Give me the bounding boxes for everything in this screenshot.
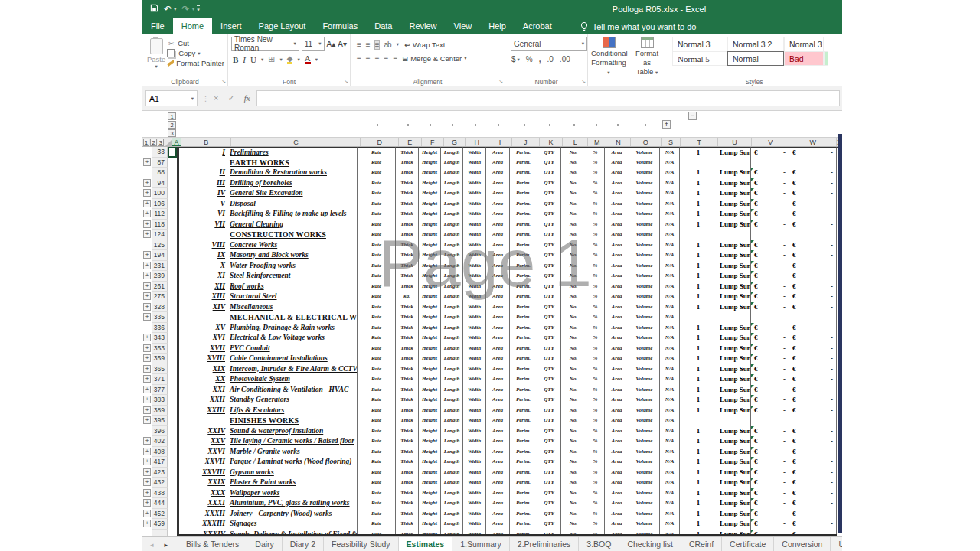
cell-description[interactable]: Backfilling & Filling to make up levels: [227, 209, 358, 220]
cell-rate-amount[interactable]: €-: [751, 168, 789, 178]
cell-rate[interactable]: Rate: [358, 436, 396, 447]
cell-thick[interactable]: Thick: [396, 302, 419, 313]
cell-roman[interactable]: VIII: [177, 240, 227, 251]
cell-width[interactable]: Width: [463, 354, 486, 364]
cell-description[interactable]: Wallpaper works: [227, 488, 358, 499]
cell-qty[interactable]: QTY: [537, 261, 561, 272]
cell-height[interactable]: Height: [419, 147, 441, 158]
cell-roman[interactable]: XXV: [177, 436, 227, 447]
cell-area[interactable]: Area: [486, 147, 510, 158]
cell-[interactable]: %: [586, 478, 605, 488]
cell-a[interactable]: [168, 230, 177, 240]
cell-qty[interactable]: [680, 416, 717, 426]
insert-function-icon[interactable]: fx: [244, 93, 250, 103]
font-dialog-launcher[interactable]: ↘: [344, 79, 348, 85]
cell-length[interactable]: Length: [441, 147, 463, 158]
cell-qty[interactable]: QTY: [537, 312, 561, 323]
cell-rate[interactable]: Rate: [358, 385, 396, 396]
cell-area[interactable]: Area: [486, 250, 510, 261]
expand-row-group-button[interactable]: +: [143, 272, 151, 279]
copy-button[interactable]: Copy ▾: [167, 49, 224, 57]
row-header-clipped[interactable]: [152, 530, 168, 537]
cell-total-amount[interactable]: €-: [789, 364, 837, 375]
expand-row-group-button[interactable]: +: [143, 489, 151, 497]
cell-area[interactable]: Area: [486, 209, 510, 220]
cell-height[interactable]: Height: [419, 282, 441, 292]
cell-volume[interactable]: Volume: [629, 209, 660, 220]
cell-rate-amount[interactable]: €-: [751, 209, 789, 220]
cell-roman[interactable]: XXI: [177, 385, 227, 396]
cell-length[interactable]: Length: [441, 188, 463, 199]
cell-a[interactable]: [168, 406, 177, 416]
cell-unit[interactable]: Lump Sum: [717, 436, 751, 447]
expand-row-group-button[interactable]: +: [143, 406, 151, 414]
cell-na[interactable]: N/A: [660, 364, 680, 375]
cell-width[interactable]: Width: [463, 498, 486, 509]
row-header-383[interactable]: 383: [152, 395, 168, 406]
expand-row-group-button[interactable]: +: [143, 189, 151, 197]
sheet-tab-creinf[interactable]: CReinf: [681, 537, 722, 551]
cell-rate-amount[interactable]: €-: [751, 240, 789, 251]
cell-perim[interactable]: Perim.: [510, 199, 537, 210]
cell-rate-amount[interactable]: €-: [751, 323, 789, 334]
row-header-377[interactable]: 377: [152, 385, 168, 396]
style-bad[interactable]: Bad: [784, 51, 824, 66]
cell-height[interactable]: Height: [419, 395, 441, 406]
cell-na[interactable]: N/A: [660, 385, 680, 396]
cell-rate[interactable]: Rate: [358, 468, 396, 478]
shrink-font-button[interactable]: A▾: [338, 40, 347, 48]
cell-width[interactable]: Width: [463, 478, 486, 488]
cell-rate-amount[interactable]: €-: [751, 333, 789, 344]
cell-qty[interactable]: 1: [680, 406, 717, 416]
save-icon[interactable]: [150, 4, 158, 15]
cell-volume[interactable]: Volume: [629, 374, 660, 385]
cell-rate-amount[interactable]: €-: [751, 220, 789, 230]
cell-rate-amount[interactable]: €-: [751, 457, 789, 468]
column-header-A[interactable]: A: [172, 138, 181, 146]
cell-roman[interactable]: [177, 416, 227, 426]
cell-height[interactable]: Height: [419, 416, 441, 426]
cell-area[interactable]: Area: [605, 364, 629, 375]
cell-unit[interactable]: Lump Sum: [717, 199, 751, 210]
cell-width[interactable]: Width: [463, 344, 486, 354]
cell-roman[interactable]: XXXIII: [177, 519, 227, 530]
cell-width[interactable]: Width: [463, 488, 486, 499]
cell-height[interactable]: Height: [419, 312, 441, 323]
cell-no[interactable]: No.: [561, 230, 586, 240]
cell-roman[interactable]: XXVII: [177, 457, 227, 468]
cell-area[interactable]: Area: [486, 271, 510, 282]
cell-height[interactable]: Height: [419, 199, 441, 210]
cell-rate-amount[interactable]: [751, 158, 789, 168]
cell-height[interactable]: Height: [419, 498, 441, 509]
cell-qty[interactable]: QTY: [537, 385, 561, 396]
ribbon-tab-help[interactable]: Help: [480, 18, 514, 34]
cell-total-amount[interactable]: €-: [789, 147, 837, 158]
cell-description[interactable]: Masonry and Block works: [227, 250, 358, 261]
cell-length[interactable]: Length: [441, 374, 463, 385]
cell-area[interactable]: Area: [486, 406, 510, 416]
cell-qty[interactable]: QTY: [537, 416, 561, 426]
cell-area[interactable]: Area: [486, 519, 510, 530]
cell-thick[interactable]: Thick: [396, 333, 419, 344]
cell-qty[interactable]: 1: [680, 240, 717, 251]
cell-length[interactable]: Length: [441, 168, 463, 178]
cell-area[interactable]: Area: [486, 374, 510, 385]
cell-description[interactable]: Aluminium, PVC, glass & railing works: [227, 498, 358, 509]
sheet-tab-dairy[interactable]: Dairy: [247, 537, 283, 551]
style-normal-3[interactable]: Normal 3: [672, 37, 727, 51]
cell-area[interactable]: Area: [486, 385, 510, 396]
cell-area[interactable]: Area: [605, 447, 629, 458]
cell-na[interactable]: N/A: [660, 178, 680, 189]
cell-description[interactable]: Photovoltaic System: [227, 374, 358, 385]
cell-no[interactable]: No.: [561, 302, 586, 313]
cell-volume[interactable]: Volume: [629, 385, 660, 396]
grow-font-button[interactable]: A▴: [327, 40, 336, 48]
cell-perim[interactable]: Perim.: [510, 178, 537, 189]
row-header-124[interactable]: 124: [152, 230, 168, 240]
cell-qty[interactable]: QTY: [537, 199, 561, 210]
increase-indent-button[interactable]: ≡: [393, 54, 397, 63]
cell-description[interactable]: PVC Conduit: [227, 344, 358, 354]
cell-[interactable]: %: [586, 509, 605, 520]
cell-rate[interactable]: Rate: [358, 178, 396, 189]
cell-perim[interactable]: Perim.: [510, 271, 537, 282]
